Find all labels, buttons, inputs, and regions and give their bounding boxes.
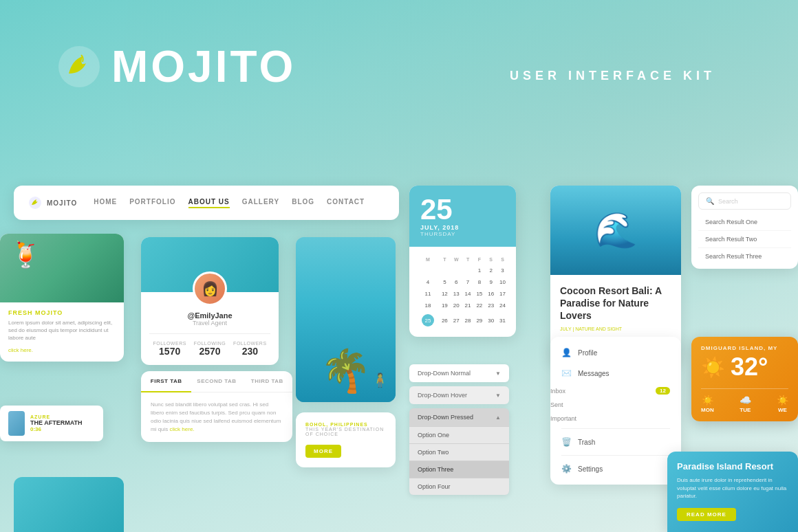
search-result-2[interactable]: Search Result Two xyxy=(698,231,791,248)
chevron-down-icon: ▼ xyxy=(495,370,501,377)
profile-role: Travel Agent xyxy=(149,320,270,326)
menu-profile-label: Profile xyxy=(578,349,670,357)
profile-avatar: 👩 xyxy=(193,271,227,306)
tabs-link[interactable]: click here. xyxy=(170,426,195,432)
nav-portfolio[interactable]: PORTFOLIO xyxy=(129,198,175,208)
nav-gallery[interactable]: GALLERY xyxy=(242,198,279,208)
profile-handle: @EmilyJane xyxy=(149,311,270,320)
person-visual: 🧍 xyxy=(371,372,389,388)
weather-temp-row: ☀️ 32° xyxy=(701,353,788,381)
cal-col-th: T xyxy=(463,255,473,264)
cal-col-su: S xyxy=(497,255,508,264)
stat-followers2-label: Followers xyxy=(233,341,266,346)
kit-label: USER INTERFACE KIT xyxy=(510,69,715,83)
blog-body: Lorem ipsum dolor sit amet, adipiscing e… xyxy=(8,319,116,342)
azure-thumbnail xyxy=(8,411,25,436)
nav-contact[interactable]: CONTACT xyxy=(327,198,365,208)
trash-icon: 🗑️ xyxy=(561,437,571,447)
paradise-read-more-button[interactable]: READ MORE xyxy=(677,508,736,521)
azure-card: AZURE THE AFTERMATH 0:36 xyxy=(0,406,103,441)
tab-third[interactable]: THIRD TAB xyxy=(242,371,292,392)
weather-card: DMIGUARD ISLAND, MY ☀️ 32° ☀️ MON ☁️ TUE… xyxy=(691,337,798,421)
nav-logo: MOJITO xyxy=(28,195,77,210)
calendar-card: 25 JULY, 2018 THURSDAY M T W T F S S xyxy=(409,186,516,337)
nav-card: MOJITO HOME PORTFOLIO ABOUT US GALLERY B… xyxy=(14,186,399,220)
dropdown-option-1[interactable]: Option One xyxy=(409,426,509,443)
cal-week-5: 25 262728 293031 xyxy=(418,312,508,329)
cal-week-2: 4567 8910 xyxy=(418,277,508,287)
azure-info: AZURE THE AFTERMATH 0:36 xyxy=(30,414,95,432)
tab-second[interactable]: SECOND TAB xyxy=(191,371,241,392)
search-icon: 🔍 xyxy=(706,197,714,205)
destination-card: BOHOL, PHILIPPINES THIS YEAR'S DESTINATI… xyxy=(296,412,396,467)
blog-tag: FRESH MOJITO xyxy=(8,309,116,316)
menu-divider-2 xyxy=(561,455,670,456)
weather-forecast: ☀️ MON ☁️ TUE ☀️ WE xyxy=(701,388,788,413)
stat-following: Following 2570 xyxy=(194,341,226,357)
tabs-header: FIRST TAB SECOND TAB THIRD TAB xyxy=(141,371,292,392)
dropdown-pressed: Drop-Down Pressed ▲ Option One Option Tw… xyxy=(409,408,509,495)
dropdown-option-3[interactable]: Option Three xyxy=(409,461,509,478)
profile-header: 👩 xyxy=(141,237,279,292)
stat-following-value: 2570 xyxy=(194,346,226,357)
dropdown-normal[interactable]: Drop-Down Normal ▼ xyxy=(409,364,509,382)
search-result-3[interactable]: Search Result Three xyxy=(698,248,791,265)
nav-brand: MOJITO xyxy=(47,199,77,207)
menu-inbox-label: Inbox xyxy=(550,388,565,395)
nav-home[interactable]: HOME xyxy=(94,198,117,208)
menu-important[interactable]: Important xyxy=(550,412,681,425)
weather-day-mon: ☀️ MON xyxy=(701,395,714,413)
menu-inbox[interactable]: Inbox 12 xyxy=(550,384,681,398)
tab-first[interactable]: FIRST TAB xyxy=(141,371,191,392)
menu-settings-label: Settings xyxy=(578,465,670,473)
cal-week-3: 11121314 151617 xyxy=(418,289,508,299)
nav-about[interactable]: ABOUT US xyxy=(188,198,230,208)
inbox-badge: 12 xyxy=(656,387,670,395)
calendar-today[interactable]: 25 xyxy=(422,314,434,326)
dropdown-hover-label: Drop-Down Hover xyxy=(418,392,467,399)
weather-day-wed: ☀️ WE xyxy=(777,395,788,413)
bottom-blue-card xyxy=(14,477,124,532)
resort-image: 🌊 xyxy=(550,186,681,275)
dropdown-hover[interactable]: Drop-Down Hover ▼ xyxy=(409,386,509,404)
tue-icon: ☁️ xyxy=(740,395,751,406)
dropdown-pressed-header[interactable]: Drop-Down Pressed ▲ xyxy=(409,408,509,426)
destination-subtitle: THIS YEAR'S DESTINATION OF CHOICE xyxy=(305,427,386,436)
mojito-logo-icon xyxy=(55,43,103,91)
menu-trash-label: Trash xyxy=(578,439,670,446)
mojito-emoji: 🍹 xyxy=(10,241,41,269)
sun-icon: ☀️ xyxy=(701,356,725,379)
search-card: 🔍 Search Search Result One Search Result… xyxy=(691,186,798,269)
menu-trash[interactable]: 🗑️ Trash xyxy=(550,432,681,452)
tue-label: TUE xyxy=(740,407,751,413)
gallery-card: 🌴 🧍 xyxy=(296,237,396,402)
menu-card: 👤 Profile ✉️ Messages Inbox 12 Sent Impo… xyxy=(550,337,681,485)
calendar-weekday: THURSDAY xyxy=(420,231,505,237)
dropdown-option-2[interactable]: Option Two xyxy=(409,443,509,461)
cal-col-m: M xyxy=(418,255,438,264)
header: MOJITO xyxy=(55,41,296,92)
blog-link[interactable]: click here. xyxy=(8,347,33,353)
wed-icon: ☀️ xyxy=(777,395,788,406)
destination-location: BOHOL, PHILIPPINES xyxy=(305,422,386,427)
nav-links: HOME PORTFOLIO ABOUT US GALLERY BLOG CON… xyxy=(94,198,385,208)
mon-icon: ☀️ xyxy=(701,395,714,406)
ui-area: MOJITO HOME PORTFOLIO ABOUT US GALLERY B… xyxy=(0,179,798,532)
menu-sent[interactable]: Sent xyxy=(550,398,681,412)
cal-week-4: 18192021 222324 xyxy=(418,300,508,311)
gallery-image: 🌴 🧍 xyxy=(296,237,396,402)
cal-col-w: W xyxy=(451,255,462,264)
destination-more-button[interactable]: MORE xyxy=(305,445,341,458)
menu-messages[interactable]: ✉️ Messages xyxy=(550,363,681,384)
blog-card-body: FRESH MOJITO Lorem ipsum dolor sit amet,… xyxy=(0,302,124,362)
blog-card: 🍹 FRESH MOJITO Lorem ipsum dolor sit ame… xyxy=(0,234,124,362)
brand-name: MOJITO xyxy=(111,41,296,92)
menu-profile[interactable]: 👤 Profile xyxy=(550,342,681,363)
calendar-month: JULY, 2018 xyxy=(420,224,505,231)
dropdown-option-4[interactable]: Option Four xyxy=(409,478,509,495)
search-result-1[interactable]: Search Result One xyxy=(698,214,791,231)
menu-settings[interactable]: ⚙️ Settings xyxy=(550,458,681,479)
stat-followers2-value: 230 xyxy=(233,346,266,357)
paradise-title: Paradise Island Resort xyxy=(677,461,788,473)
nav-blog[interactable]: BLOG xyxy=(292,198,314,208)
